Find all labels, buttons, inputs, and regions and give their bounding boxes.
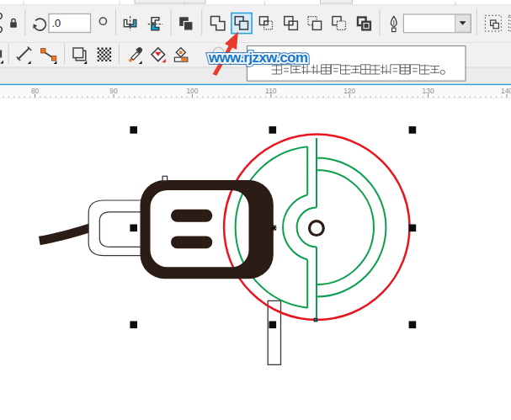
svg-text:80: 80 xyxy=(31,87,40,95)
svg-text:.0: .0 xyxy=(52,17,61,29)
svg-text:www.rjzxw.com: www.rjzxw.com xyxy=(208,50,308,66)
svg-text:130: 130 xyxy=(423,87,434,95)
svg-text:110: 110 xyxy=(265,87,277,95)
svg-text:120: 120 xyxy=(343,87,355,95)
svg-text:100: 100 xyxy=(186,87,198,95)
svg-text:90: 90 xyxy=(109,87,118,95)
svg-text:140: 140 xyxy=(501,87,511,95)
